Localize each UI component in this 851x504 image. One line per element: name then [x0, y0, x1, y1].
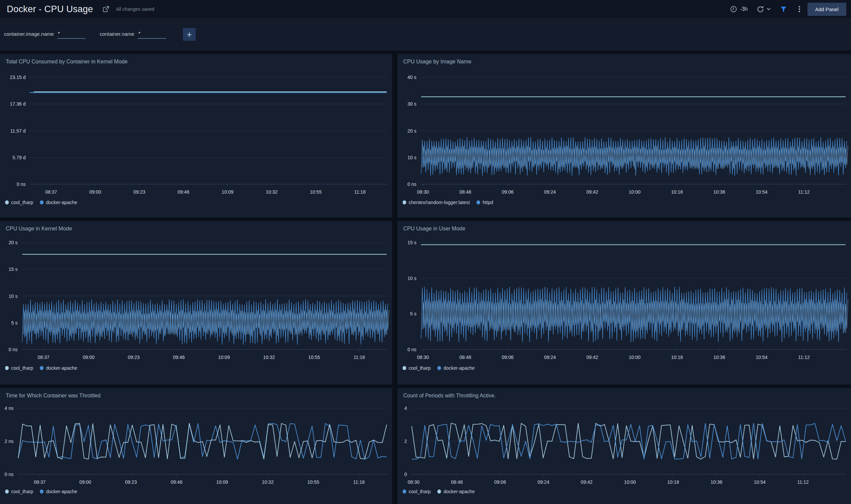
svg-text:10:55: 10:55	[307, 479, 319, 485]
svg-text:17.36 d: 17.36 d	[10, 101, 25, 107]
legend-dot	[437, 489, 441, 493]
legend-item[interactable]: httpd	[476, 200, 493, 205]
legend-item[interactable]: cool_tharp	[5, 489, 33, 494]
legend-dot	[403, 200, 406, 204]
svg-text:10:55: 10:55	[308, 355, 320, 360]
legend-dot	[476, 200, 480, 204]
svg-text:0 ns: 0 ns	[5, 472, 14, 477]
svg-text:10:36: 10:36	[711, 479, 723, 485]
panel-cpu-user-mode: CPU Usage in User Mode 15 s10 s5 s0 ns08…	[397, 221, 851, 384]
refresh-button[interactable]	[757, 5, 771, 13]
svg-text:10:32: 10:32	[266, 189, 278, 195]
svg-text:10 s: 10 s	[9, 293, 18, 299]
svg-text:10:54: 10:54	[754, 479, 766, 485]
more-options-button[interactable]	[796, 5, 803, 13]
dashboard-header: Docker - CPU Usage All changes saved -3h	[0, 0, 851, 18]
svg-text:11:12: 11:12	[798, 189, 810, 195]
filter-toggle-button[interactable]	[780, 5, 787, 13]
svg-text:08:48: 08:48	[459, 189, 471, 195]
page-title: Docker - CPU Usage	[7, 4, 93, 15]
filter-bar: container.image.name * container.name * …	[0, 18, 851, 51]
svg-text:10:09: 10:09	[218, 355, 230, 360]
filter-field-image-name: container.image.name *	[4, 30, 86, 39]
panel-title: Time for Which Container was Throttled	[6, 393, 101, 399]
svg-text:30 s: 30 s	[408, 101, 416, 107]
filter-field-container-name: container.name *	[100, 30, 166, 39]
svg-text:0 ns: 0 ns	[17, 181, 25, 187]
legend-label: chentex/random-logger:latest	[409, 200, 470, 205]
svg-text:11:18: 11:18	[353, 479, 365, 485]
save-status: All changes saved	[116, 6, 155, 12]
svg-text:11:18: 11:18	[354, 189, 366, 195]
legend-label: cool_tharp	[11, 200, 33, 205]
svg-text:09:42: 09:42	[581, 479, 592, 485]
chart-legend: chentex/random-logger:latesthttpd	[403, 200, 493, 205]
chart-total-cpu-kernel[interactable]: 23.15 d17.36 d11.57 d5.79 d0 ns08:3709:0…	[0, 54, 392, 218]
legend-item[interactable]: cool_tharp	[5, 365, 33, 371]
chart-cpu-user-mode[interactable]: 15 s10 s5 s0 ns08:3008:4809:0609:2409:42…	[397, 221, 851, 384]
svg-text:4 ns: 4 ns	[5, 406, 14, 411]
legend-label: httpd	[482, 200, 493, 205]
chevron-down-icon	[766, 7, 771, 12]
legend-label: docker-apache	[46, 200, 77, 205]
svg-text:10:32: 10:32	[262, 479, 274, 485]
legend-item[interactable]: chentex/random-logger:latest	[403, 200, 470, 205]
svg-text:5 s: 5 s	[410, 311, 416, 317]
legend-item[interactable]: cool_tharp	[403, 489, 430, 494]
svg-text:09:23: 09:23	[125, 479, 137, 485]
panel-title: CPU Usage by Image Name	[403, 59, 472, 65]
legend-item[interactable]: docker-apache	[437, 365, 475, 371]
svg-text:08:48: 08:48	[459, 355, 471, 360]
legend-item[interactable]: docker-apache	[40, 489, 77, 494]
panel-title: Total CPU Consumed by Container in Kerne…	[6, 59, 127, 65]
svg-text:10 s: 10 s	[408, 276, 416, 281]
legend-dot	[5, 489, 9, 493]
time-range-button[interactable]: -3h	[730, 5, 748, 13]
legend-item[interactable]: cool_tharp	[403, 365, 430, 371]
legend-label: docker-apache	[443, 365, 475, 371]
svg-text:08:30: 08:30	[417, 355, 429, 360]
svg-text:0 ns: 0 ns	[9, 347, 18, 352]
svg-text:09:24: 09:24	[537, 479, 549, 485]
svg-text:5.79 d: 5.79 d	[13, 155, 25, 160]
legend-item[interactable]: cool_tharp	[5, 200, 33, 205]
add-filter-button[interactable]: +	[183, 28, 196, 41]
svg-text:09:06: 09:06	[502, 355, 514, 360]
legend-item[interactable]: docker-apache	[40, 365, 77, 371]
chart-legend: cool_tharpdocker-apache	[403, 489, 475, 494]
chart-throttled-time[interactable]: 4 ns2 ns0 ns08:3709:0009:2309:4610:0910:…	[0, 388, 392, 504]
share-button[interactable]	[102, 5, 110, 13]
chart-legend: cool_tharpdocker-apache	[5, 200, 77, 205]
svg-text:15 s: 15 s	[9, 267, 18, 272]
chart-cpu-kernel-mode[interactable]: 20 s15 s10 s5 s0 ns08:3709:0009:2309:461…	[0, 221, 392, 384]
filter-value-input[interactable]: *	[57, 30, 86, 39]
svg-text:10:09: 10:09	[216, 479, 228, 485]
svg-text:10 s: 10 s	[408, 155, 416, 160]
time-range-label: -3h	[740, 6, 748, 12]
chart-cpu-by-image[interactable]: 40 s30 s20 s10 s0 ns08:3008:4809:0609:24…	[397, 54, 851, 218]
panel-cpu-kernel-mode: CPU Usage in Kernel Mode 20 s15 s10 s5 s…	[0, 221, 392, 384]
chart-throttling-periods[interactable]: 42008:3008:4809:0609:2409:4210:0010:1810…	[397, 388, 851, 504]
dashboard-grid: Total CPU Consumed by Container in Kerne…	[0, 54, 851, 504]
panel-throttled-time: Time for Which Container was Throttled 4…	[0, 388, 392, 504]
legend-item[interactable]: docker-apache	[437, 489, 475, 494]
legend-item[interactable]: docker-apache	[40, 200, 77, 205]
svg-text:23.15 d: 23.15 d	[10, 75, 25, 80]
svg-text:10:54: 10:54	[756, 189, 768, 195]
svg-text:11.57 d: 11.57 d	[10, 128, 25, 133]
panel-total-cpu-kernel: Total CPU Consumed by Container in Kerne…	[0, 54, 392, 218]
svg-text:10:18: 10:18	[671, 355, 683, 360]
svg-text:11:18: 11:18	[354, 355, 365, 360]
legend-label: cool_tharp	[409, 489, 430, 494]
svg-text:08:30: 08:30	[408, 479, 420, 485]
svg-text:40 s: 40 s	[408, 75, 416, 80]
svg-text:08:37: 08:37	[38, 355, 50, 360]
filter-value-input[interactable]: *	[138, 30, 166, 39]
legend-dot	[403, 366, 406, 370]
add-panel-button[interactable]: Add Panel	[808, 3, 846, 16]
svg-text:09:23: 09:23	[133, 189, 145, 195]
svg-text:10:36: 10:36	[713, 355, 725, 360]
legend-dot	[40, 366, 43, 370]
legend-label: docker-apache	[443, 489, 475, 494]
refresh-icon	[757, 5, 764, 13]
